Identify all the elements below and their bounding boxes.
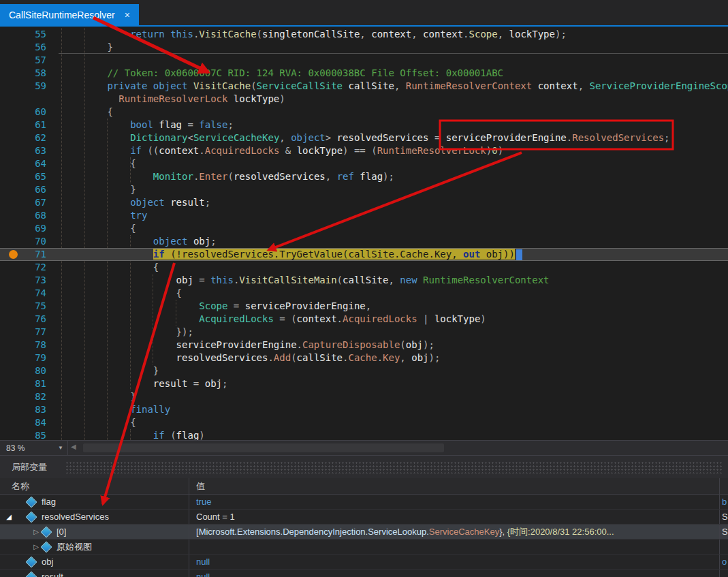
zoom-value: 83 %: [6, 443, 25, 453]
variable-value[interactable]: null: [189, 570, 720, 577]
code-editor[interactable]: 55return this.VisitCache(singletonCallSi…: [0, 27, 728, 440]
line-number: 85: [0, 429, 46, 440]
expand-icon[interactable]: ▷: [31, 525, 41, 539]
code-line[interactable]: 77});: [0, 326, 728, 339]
code-line[interactable]: 70object obj;: [0, 235, 728, 248]
collapse-icon[interactable]: ◢: [4, 510, 14, 524]
code-line[interactable]: 66}: [0, 183, 728, 196]
dnspy-window: CallSiteRuntimeResolver × 55return this.…: [0, 0, 728, 577]
locals-row[interactable]: ▷[0][Microsoft.Extensions.DependencyInje…: [0, 525, 728, 540]
locals-rows: flagtrueb◢resolvedServicesCount = 1S▷[0]…: [0, 495, 728, 577]
variable-value[interactable]: [Microsoft.Extensions.DependencyInjectio…: [189, 525, 720, 539]
tab-title: CallSiteRuntimeResolver: [9, 10, 115, 20]
line-number: 60: [0, 106, 46, 119]
code-line[interactable]: 74{: [0, 287, 728, 300]
locals-column-headers: 名称 值: [0, 478, 728, 495]
code-line[interactable]: 61bool flag = false;: [0, 119, 728, 131]
code-line[interactable]: 82}: [0, 390, 728, 403]
panel-grip-texture: [65, 461, 723, 473]
scrollbar-thumb[interactable]: [83, 443, 444, 452]
code-line[interactable]: 65Monitor.Enter(resolvedServices, ref fl…: [0, 170, 728, 183]
line-number: 76: [0, 313, 46, 326]
code-line[interactable]: 85if (flag): [0, 429, 728, 440]
tab-callsiteruntimeresolver[interactable]: CallSiteRuntimeResolver ×: [0, 4, 139, 25]
variable-name: flag: [42, 495, 56, 509]
code-line[interactable]: 73obj = this.VisitCallSiteMain(callSite,…: [0, 274, 728, 287]
variable-type: [720, 540, 728, 554]
close-icon[interactable]: ×: [125, 10, 130, 20]
locals-row[interactable]: ▷原始视图: [0, 540, 728, 555]
locals-row[interactable]: objnullo: [0, 555, 728, 570]
locals-panel-title: 局部变量: [12, 461, 47, 473]
column-header-name: 名称: [0, 478, 189, 494]
breakpoint-icon[interactable]: [9, 250, 18, 259]
expand-icon[interactable]: ▷: [31, 540, 41, 554]
code-line[interactable]: RuntimeResolverLock lockType): [0, 93, 728, 106]
code-line[interactable]: 57: [0, 54, 728, 67]
scroll-left-icon[interactable]: ◀: [71, 443, 76, 450]
code-line[interactable]: 60{: [0, 106, 728, 119]
variable-type: o: [720, 555, 728, 569]
locals-row[interactable]: resultnull: [0, 570, 728, 577]
line-number: 64: [0, 157, 46, 170]
code-line[interactable]: 71if (!resolvedServices.TryGetValue(call…: [0, 248, 728, 261]
line-number: 57: [0, 54, 46, 67]
variable-value[interactable]: [189, 540, 720, 554]
line-number: 83: [0, 403, 46, 416]
line-number: 84: [0, 416, 46, 429]
code-line[interactable]: 63if ((context.AcquiredLocks & lockType)…: [0, 144, 728, 157]
code-line[interactable]: 69{: [0, 222, 728, 235]
code-line[interactable]: 81result = obj;: [0, 377, 728, 390]
editor-status-bar: 83 % ▼ ◀: [0, 440, 728, 455]
line-number: 62: [0, 131, 46, 144]
line-number: 81: [0, 377, 46, 390]
code-line[interactable]: 72{: [0, 261, 728, 274]
variable-value[interactable]: null: [189, 555, 720, 569]
variable-type: [720, 570, 728, 577]
column-header-type: [720, 478, 728, 494]
line-number: 75: [0, 300, 46, 313]
line-number: 58: [0, 67, 46, 80]
field-icon: [26, 511, 37, 523]
code-line[interactable]: 75Scope = serviceProviderEngine,: [0, 300, 728, 313]
line-number: 73: [0, 274, 46, 287]
variable-name: resolvedServices: [42, 510, 109, 524]
line-number: [0, 93, 46, 106]
variable-value[interactable]: true: [189, 495, 720, 509]
field-icon: [41, 526, 52, 537]
variable-value[interactable]: Count = 1: [189, 510, 720, 524]
code-line[interactable]: 62Dictionary<ServiceCacheKey, object> re…: [0, 131, 728, 144]
code-line[interactable]: 76AcquiredLocks = (context.AcquiredLocks…: [0, 313, 728, 326]
code-line[interactable]: 55return this.VisitCache(singletonCallSi…: [0, 28, 728, 41]
code-line[interactable]: 68try: [0, 209, 728, 222]
code-line[interactable]: 84{: [0, 416, 728, 429]
locals-row[interactable]: flagtrueb: [0, 495, 728, 510]
column-header-value: 值: [189, 478, 720, 494]
line-number: 65: [0, 170, 46, 183]
line-number: 66: [0, 183, 46, 196]
code-line[interactable]: 83finally: [0, 403, 728, 416]
line-number: 72: [0, 261, 46, 274]
line-number: 79: [0, 352, 46, 364]
code-line[interactable]: 58// Token: 0x0600007C RID: 124 RVA: 0x0…: [0, 67, 728, 80]
line-number: 82: [0, 390, 46, 403]
code-line[interactable]: 80}: [0, 364, 728, 377]
code-line[interactable]: 79resolvedServices.Add(callSite.Cache.Ke…: [0, 352, 728, 364]
code-line[interactable]: 67object result;: [0, 196, 728, 209]
line-number: 63: [0, 144, 46, 157]
line-number: 56: [0, 41, 46, 54]
caret-block: [516, 249, 522, 260]
code-line[interactable]: 56}: [0, 41, 728, 54]
code-line[interactable]: 59private object VisitCache(ServiceCallS…: [0, 80, 728, 93]
variable-name: obj: [42, 555, 53, 569]
variable-name: 原始视图: [57, 540, 92, 554]
locals-row[interactable]: ◢resolvedServicesCount = 1S: [0, 510, 728, 525]
chevron-down-icon[interactable]: ▼: [58, 445, 63, 451]
zoom-dropdown[interactable]: 83 % ▼: [0, 441, 68, 455]
horizontal-scrollbar[interactable]: ◀: [68, 441, 728, 455]
line-number: 68: [0, 209, 46, 222]
line-number: 77: [0, 326, 46, 339]
code-line[interactable]: 78serviceProviderEngine.CaptureDisposabl…: [0, 339, 728, 352]
tab-bar: CallSiteRuntimeResolver ×: [0, 0, 728, 25]
code-line[interactable]: 64{: [0, 157, 728, 170]
